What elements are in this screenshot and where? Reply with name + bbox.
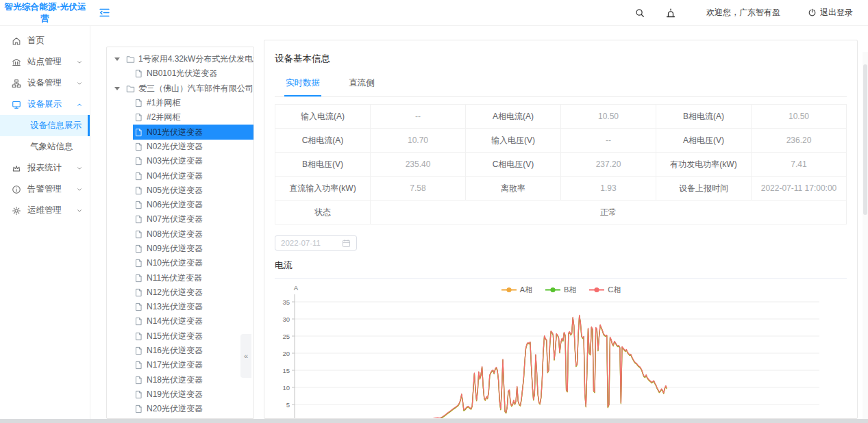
panel-title: 设备基本信息 xyxy=(275,53,847,65)
tab-realtime-data[interactable]: 实时数据 xyxy=(284,74,321,97)
sidebar-item-alarm-mgmt[interactable]: 告警管理 xyxy=(0,179,90,200)
tree-device-node[interactable]: #1并网柜 xyxy=(107,96,253,110)
chevron-down xyxy=(76,165,83,172)
file-icon xyxy=(134,259,143,268)
tree-device-node[interactable]: N09光伏逆变器 xyxy=(107,242,253,256)
tree-device-node[interactable]: N16光伏逆变器 xyxy=(107,344,253,358)
tree-node-content: N02光伏逆变器 xyxy=(133,140,253,154)
device-tree-panel: 1号家用4.32kW分布式光伏发电站NB0101光伏逆变器爱三（佛山）汽车部件有… xyxy=(106,47,254,419)
tree-node-label: N18光伏逆变器 xyxy=(147,374,203,386)
sidebar-item-label: 报表统计 xyxy=(27,162,62,174)
tree-node-label: N19光伏逆变器 xyxy=(147,389,203,400)
tree-device-node[interactable]: N15光伏逆变器 xyxy=(107,329,253,344)
horizontal-scrollbar[interactable] xyxy=(0,419,868,423)
tree-device-node[interactable]: N02光伏逆变器 xyxy=(107,140,253,154)
chevron-down-icon xyxy=(76,80,83,87)
menu-fold-icon[interactable] xyxy=(99,7,110,18)
calendar-icon xyxy=(342,239,351,248)
sidebar-item-label: 设备展示 xyxy=(27,99,62,110)
info-value: 237.20 xyxy=(561,153,656,177)
file-icon xyxy=(134,346,143,355)
tree-device-node[interactable]: N20光伏逆变器 xyxy=(107,402,253,416)
tree-device-node[interactable]: N19光伏逆变器 xyxy=(107,387,253,402)
tree-device-node[interactable]: N07光伏逆变器 xyxy=(107,212,253,227)
sidebar-subitem[interactable]: 气象站信息 xyxy=(0,136,90,157)
tree-device-node[interactable]: N10光伏逆变器 xyxy=(107,256,253,270)
sidebar-item-home[interactable]: 首页 xyxy=(0,30,90,51)
content-area: 1号家用4.32kW分布式光伏发电站NB0101光伏逆变器爱三（佛山）汽车部件有… xyxy=(90,26,868,423)
date-picker-value: 2022-07-11 xyxy=(281,239,321,247)
logout-button[interactable]: 退出登录 xyxy=(808,7,853,18)
legend-label: B相 xyxy=(564,285,576,295)
legend-item-C相[interactable]: C相 xyxy=(588,285,621,295)
tree-node-content: N20光伏逆变器 xyxy=(133,402,253,416)
sidebar-item-label: 站点管理 xyxy=(27,56,62,68)
vertical-scrollbar[interactable] xyxy=(863,52,868,419)
info-label: 有功发电功率(kW) xyxy=(656,153,752,177)
sidebar-subitem[interactable]: 设备信息展示 xyxy=(0,115,90,136)
device-info-panel: 设备基本信息 实时数据 直流侧 输入电流(A)--A相电流(A)10.50B相电… xyxy=(264,40,858,419)
file-icon xyxy=(134,303,143,311)
legend-marker-icon xyxy=(588,287,605,293)
tree-collapse-handle[interactable]: « xyxy=(240,334,251,378)
legend-label: C相 xyxy=(608,285,621,295)
chevron-down xyxy=(76,186,83,193)
svg-text:35: 35 xyxy=(282,298,290,306)
legend-item-B相[interactable]: B相 xyxy=(545,285,576,295)
tree-node-label: N04光伏逆变器 xyxy=(147,170,203,182)
sidebar-item-device-mgmt[interactable]: 设备管理 xyxy=(0,73,90,94)
tree-device-node[interactable]: N18光伏逆变器 xyxy=(107,373,253,387)
tree-device-node[interactable]: #2并网柜 xyxy=(107,110,253,125)
sidebar-item-label: 运维管理 xyxy=(27,205,62,216)
sidebar-item-label: 设备管理 xyxy=(27,77,62,89)
tree-device-node[interactable]: N13光伏逆变器 xyxy=(107,300,253,314)
tree-device-node[interactable]: N14光伏逆变器 xyxy=(107,314,253,329)
sidebar-item-ops-mgmt[interactable]: 运维管理 xyxy=(0,200,90,221)
info-label: C相电压(V) xyxy=(466,153,561,177)
file-icon xyxy=(134,69,143,78)
caret-down-icon[interactable] xyxy=(114,57,120,61)
file-icon xyxy=(134,405,143,413)
folder-icon xyxy=(126,55,135,64)
tree-device-node[interactable]: N03光伏逆变器 xyxy=(107,154,253,168)
tree-node-label: N09光伏逆变器 xyxy=(147,243,203,255)
file-icon xyxy=(134,201,143,209)
scrollbar-thumb[interactable] xyxy=(863,64,867,215)
alarm-icon[interactable] xyxy=(665,8,676,18)
info-label: C相电流(A) xyxy=(275,129,371,153)
caret-down-icon[interactable] xyxy=(114,87,120,90)
info-value: 10.50 xyxy=(561,105,656,129)
tree-device-node[interactable]: N17光伏逆变器 xyxy=(107,358,253,372)
legend-item-A相[interactable]: A相 xyxy=(501,285,532,295)
tree-device-node[interactable]: NB0101光伏逆变器 xyxy=(107,66,253,81)
tree-device-node[interactable]: N01光伏逆变器 xyxy=(107,125,253,139)
sidebar-item-device-display[interactable]: 设备展示 xyxy=(0,94,90,115)
info-value: 235.40 xyxy=(371,153,466,177)
svg-text:30: 30 xyxy=(282,316,290,323)
tree-device-node[interactable]: N11光伏逆变器 xyxy=(107,270,253,285)
search-icon[interactable] xyxy=(635,8,645,18)
file-icon xyxy=(134,99,143,107)
tree-device-node[interactable]: N12光伏逆变器 xyxy=(107,285,253,300)
file-icon xyxy=(134,142,143,151)
tree-folder-node[interactable]: 爱三（佛山）汽车部件有限公司光伏发 xyxy=(107,81,253,96)
tree-device-node[interactable]: N05光伏逆变器 xyxy=(107,183,253,198)
sidebar-item-site-mgmt[interactable]: 站点管理 xyxy=(0,51,90,73)
date-picker[interactable]: 2022-07-11 xyxy=(275,235,357,251)
top-header: 智光综合能源-光伏运营 欢迎您，广东智有盈 退出登录 xyxy=(0,0,868,26)
chevron-down xyxy=(76,59,83,66)
sidebar-item-report-stats[interactable]: 报表统计 xyxy=(0,157,90,179)
info-label: A相电压(V) xyxy=(656,129,752,153)
welcome-text: 欢迎您，广东智有盈 xyxy=(706,7,780,18)
tree-device-node[interactable]: N06光伏逆变器 xyxy=(107,198,253,212)
chevron-down xyxy=(76,80,83,87)
tree-folder-node[interactable]: 1号家用4.32kW分布式光伏发电站 xyxy=(107,52,253,66)
tree-device-node[interactable]: N08光伏逆变器 xyxy=(107,227,253,242)
tree-node-label: N11光伏逆变器 xyxy=(147,272,202,284)
tree-node-label: N08光伏逆变器 xyxy=(147,229,203,240)
tree-node-label: 爱三（佛山）汽车部件有限公司光伏发 xyxy=(138,83,253,94)
tab-dc-side[interactable]: 直流侧 xyxy=(347,74,376,96)
tree-device-node[interactable]: N04光伏逆变器 xyxy=(107,168,253,183)
chevron-down-icon xyxy=(76,207,83,214)
info-value: -- xyxy=(371,105,466,129)
